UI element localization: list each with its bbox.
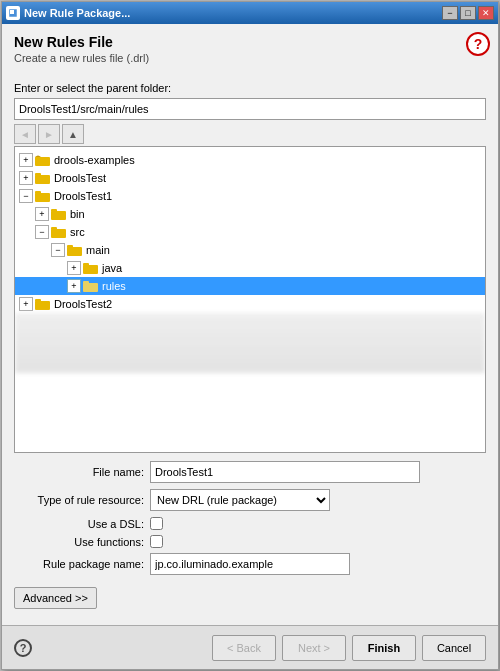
- resource-type-row: Type of rule resource: New DRL (rule pac…: [14, 489, 486, 511]
- svg-rect-13: [67, 245, 73, 248]
- expand-droolstest[interactable]: +: [19, 171, 33, 185]
- back-button[interactable]: < Back: [212, 635, 276, 661]
- context-help-icon[interactable]: ?: [466, 32, 490, 56]
- use-functions-checkbox[interactable]: [150, 535, 163, 548]
- tree-item-drools-examples[interactable]: + drools-examples: [15, 151, 485, 169]
- tree-item-main[interactable]: − main: [15, 241, 485, 259]
- rule-package-input[interactable]: [150, 553, 350, 575]
- titlebar: New Rule Package... − □ ✕: [2, 2, 498, 24]
- use-functions-row: Use functions:: [14, 535, 486, 548]
- tree-label-java: java: [102, 262, 122, 274]
- tree-item-droolstest2[interactable]: + DroolsTest2: [15, 295, 485, 313]
- nav-back-button[interactable]: ◄: [14, 124, 36, 144]
- folder-icon-main: [67, 244, 83, 256]
- tree-label-droolstest: DroolsTest: [54, 172, 106, 184]
- nav-up-button[interactable]: ▲: [62, 124, 84, 144]
- svg-rect-9: [51, 209, 57, 212]
- folder-icon-bin: [51, 208, 67, 220]
- advanced-row: Advanced >>: [14, 581, 486, 609]
- svg-rect-8: [51, 211, 66, 220]
- folder-section-label: Enter or select the parent folder:: [14, 82, 486, 94]
- footer: ? < Back Next > Finish Cancel: [2, 625, 498, 669]
- use-dsl-checkbox[interactable]: [150, 517, 163, 530]
- folder-icon-droolstest2: [35, 298, 51, 310]
- tree-label-drools-examples: drools-examples: [54, 154, 135, 166]
- expand-src[interactable]: −: [35, 225, 49, 239]
- folder-icon-droolstest1: [35, 190, 51, 202]
- svg-rect-17: [83, 281, 89, 284]
- tree-content: + drools-examples +: [15, 147, 485, 452]
- close-button[interactable]: ✕: [478, 6, 494, 20]
- file-name-row: File name:: [14, 461, 486, 483]
- use-functions-label: Use functions:: [14, 536, 144, 548]
- resource-type-dropdown-wrap: New DRL (rule package): [150, 489, 330, 511]
- footer-right: < Back Next > Finish Cancel: [212, 635, 486, 661]
- svg-rect-5: [35, 173, 41, 176]
- page-title: New Rules File: [14, 34, 486, 50]
- maximize-button[interactable]: □: [460, 6, 476, 20]
- svg-rect-3: [35, 157, 41, 160]
- folder-icon-drools-examples: [35, 154, 51, 166]
- cancel-button[interactable]: Cancel: [422, 635, 486, 661]
- file-name-input[interactable]: [150, 461, 420, 483]
- tree-item-droolstest1[interactable]: − DroolsTest1: [15, 187, 485, 205]
- expand-droolstest2[interactable]: +: [19, 297, 33, 311]
- tree-label-src: src: [70, 226, 85, 238]
- expand-rules[interactable]: +: [67, 279, 81, 293]
- window-icon: [6, 6, 20, 20]
- expand-java[interactable]: +: [67, 261, 81, 275]
- tree-item-bin[interactable]: + bin: [15, 205, 485, 223]
- svg-rect-6: [35, 193, 50, 202]
- blurred-tree-items: [15, 313, 485, 373]
- nav-bar: ◄ ► ▲: [14, 124, 486, 144]
- nav-forward-button[interactable]: ►: [38, 124, 60, 144]
- svg-rect-11: [51, 227, 57, 230]
- window-controls: − □ ✕: [442, 6, 494, 20]
- svg-rect-16: [83, 283, 98, 292]
- svg-rect-14: [83, 265, 98, 274]
- tree-item-rules[interactable]: + rules: [15, 277, 485, 295]
- folder-tree[interactable]: + drools-examples +: [14, 146, 486, 453]
- svg-rect-1: [10, 10, 14, 14]
- tree-label-droolstest1: DroolsTest1: [54, 190, 112, 202]
- main-window: New Rule Package... − □ ✕ ? New Rules Fi…: [1, 1, 499, 670]
- tree-label-droolstest2: DroolsTest2: [54, 298, 112, 310]
- window-title: New Rule Package...: [24, 7, 442, 19]
- advanced-button[interactable]: Advanced >>: [14, 587, 97, 609]
- folder-icon-java: [83, 262, 99, 274]
- page-subtitle: Create a new rules file (.drl): [14, 52, 486, 64]
- rule-package-row: Rule package name:: [14, 553, 486, 575]
- tree-item-droolstest[interactable]: + DroolsTest: [15, 169, 485, 187]
- tree-label-bin: bin: [70, 208, 85, 220]
- expand-main[interactable]: −: [51, 243, 65, 257]
- svg-rect-19: [35, 299, 41, 302]
- folder-icon-src: [51, 226, 67, 238]
- help-button[interactable]: ?: [14, 639, 32, 657]
- resource-type-label: Type of rule resource:: [14, 494, 144, 506]
- folder-icon-rules: [83, 280, 99, 292]
- use-dsl-label: Use a DSL:: [14, 518, 144, 530]
- expand-drools-examples[interactable]: +: [19, 153, 33, 167]
- rule-package-label: Rule package name:: [14, 558, 144, 570]
- svg-rect-10: [51, 229, 66, 238]
- svg-rect-7: [35, 191, 41, 194]
- expand-droolstest1[interactable]: −: [19, 189, 33, 203]
- file-name-label: File name:: [14, 466, 144, 478]
- resource-type-select[interactable]: New DRL (rule package): [150, 489, 330, 511]
- form-section: File name: Type of rule resource: New DR…: [14, 453, 486, 615]
- footer-left: ?: [14, 639, 32, 657]
- dialog-content: ? New Rules File Create a new rules file…: [2, 24, 498, 625]
- tree-label-main: main: [86, 244, 110, 256]
- parent-folder-input[interactable]: [14, 98, 486, 120]
- tree-item-src[interactable]: − src: [15, 223, 485, 241]
- next-button[interactable]: Next >: [282, 635, 346, 661]
- minimize-button[interactable]: −: [442, 6, 458, 20]
- svg-rect-18: [35, 301, 50, 310]
- expand-bin[interactable]: +: [35, 207, 49, 221]
- tree-item-java[interactable]: + java: [15, 259, 485, 277]
- svg-rect-15: [83, 263, 89, 266]
- folder-icon-droolstest: [35, 172, 51, 184]
- svg-rect-4: [35, 175, 50, 184]
- header-section: New Rules File Create a new rules file (…: [14, 34, 486, 64]
- finish-button[interactable]: Finish: [352, 635, 416, 661]
